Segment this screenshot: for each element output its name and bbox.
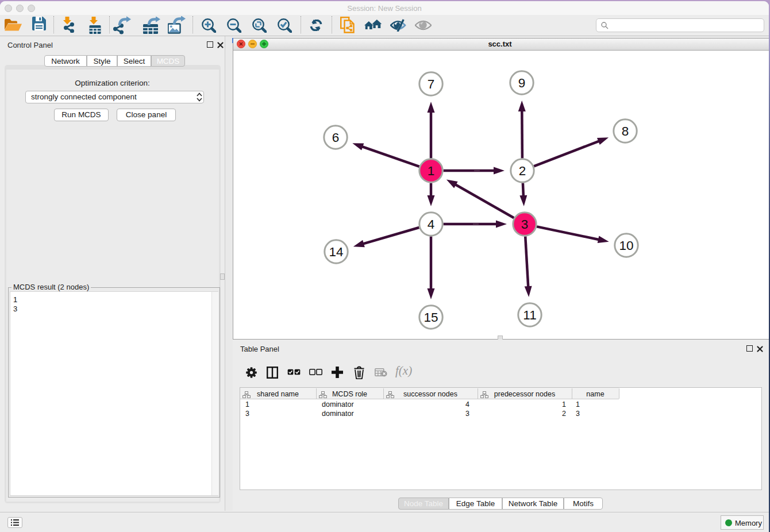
- svg-text:11: 11: [523, 308, 536, 322]
- svg-text:9: 9: [518, 76, 526, 90]
- svg-text:4: 4: [428, 217, 435, 232]
- svg-text:14: 14: [329, 245, 343, 259]
- svg-text:15: 15: [424, 310, 438, 325]
- svg-text:8: 8: [622, 124, 629, 138]
- svg-text:1: 1: [428, 164, 435, 178]
- svg-text:6: 6: [332, 130, 340, 145]
- svg-text:3: 3: [521, 217, 529, 232]
- svg-text:10: 10: [619, 238, 633, 253]
- svg-text:7: 7: [428, 77, 435, 91]
- svg-text:2: 2: [519, 164, 526, 178]
